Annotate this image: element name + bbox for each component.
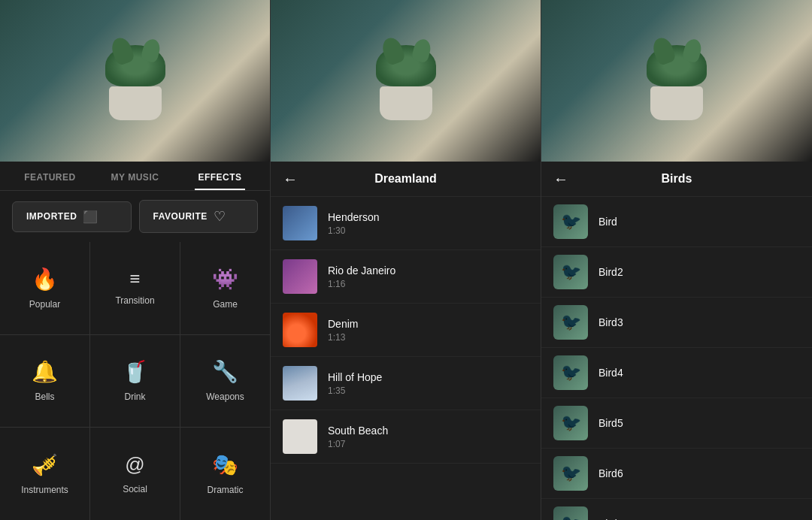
transition-icon: ≡ xyxy=(129,270,140,288)
category-game[interactable]: 👾 Game xyxy=(180,242,270,334)
back-button-right[interactable]: ← xyxy=(553,171,568,188)
song-duration-rio: 1:16 xyxy=(328,279,395,289)
category-drink[interactable]: 🥤 Drink xyxy=(90,335,180,428)
song-name-rio: Rio de Janeiro xyxy=(328,265,395,277)
song-item-denim[interactable]: Denim 1:13 xyxy=(271,304,541,357)
favourite-button[interactable]: FAVOURITE ♡ xyxy=(139,200,259,233)
tab-effects[interactable]: EFFECTS xyxy=(177,162,262,190)
bird-silhouette-7: 🐦 xyxy=(561,514,581,520)
drink-label: Drink xyxy=(124,392,145,402)
heart-icon: ♡ xyxy=(214,208,226,225)
song-info-rio: Rio de Janeiro 1:16 xyxy=(328,265,395,289)
dramatic-label: Dramatic xyxy=(207,485,243,495)
bird-name-2: Bird2 xyxy=(598,266,623,278)
bird-silhouette-6: 🐦 xyxy=(561,464,581,483)
bird-silhouette-5: 🐦 xyxy=(561,413,581,433)
game-icon: 👾 xyxy=(212,267,238,292)
song-duration-south: 1:07 xyxy=(328,439,388,449)
bird-thumb-2: 🐦 xyxy=(553,255,588,289)
bells-label: Bells xyxy=(35,392,54,402)
song-name-hill: Hill of Hope xyxy=(328,371,382,383)
song-item-hill[interactable]: Hill of Hope 1:35 xyxy=(271,357,541,410)
bird-name-6: Bird6 xyxy=(598,467,623,479)
popular-icon: 🔥 xyxy=(32,267,58,292)
left-preview xyxy=(0,0,270,162)
song-thumb-south xyxy=(283,419,317,454)
favourite-label: FAVOURITE xyxy=(153,211,208,222)
song-item-south[interactable]: South Beach 1:07 xyxy=(271,410,541,464)
song-thumb-hill xyxy=(283,366,317,401)
song-info-south: South Beach 1:07 xyxy=(328,425,388,449)
category-weapons[interactable]: 🔧 Weapons xyxy=(180,335,270,428)
category-dramatic[interactable]: 🎭 Dramatic xyxy=(180,428,270,520)
popular-label: Popular xyxy=(29,299,60,310)
song-duration-henderson: 1:30 xyxy=(328,225,380,236)
bird-list: 🐦 Bird 🐦 Bird2 🐦 Bird3 🐦 Bird4 🐦 xyxy=(541,197,812,520)
import-icon: ⬛ xyxy=(83,210,98,224)
bird-name-5: Bird5 xyxy=(598,417,623,429)
bird-item-3[interactable]: 🐦 Bird3 xyxy=(541,298,812,348)
category-bells[interactable]: 🔔 Bells xyxy=(0,335,89,428)
bird-thumb-1: 🐦 xyxy=(553,204,588,239)
birds-header: ← Birds xyxy=(541,162,812,197)
song-item-henderson[interactable]: Henderson 1:30 xyxy=(271,197,541,250)
bird-silhouette-2: 🐦 xyxy=(561,262,581,282)
song-info-henderson: Henderson 1:30 xyxy=(328,211,380,236)
plant-leaves xyxy=(105,45,165,86)
tab-my-music[interactable]: MY MUSIC xyxy=(92,162,177,190)
game-label: Game xyxy=(213,299,238,310)
song-name-denim: Denim xyxy=(328,318,358,330)
bird-thumb-6: 🐦 xyxy=(553,456,588,491)
middle-panel: ← Dreamland Henderson 1:30 Rio de Janeir… xyxy=(271,0,541,520)
category-transition[interactable]: ≡ Transition xyxy=(90,242,180,334)
category-instruments[interactable]: 🎺 Instruments xyxy=(0,428,89,520)
right-panel: ← Birds 🐦 Bird 🐦 Bird2 🐦 Bird3 🐦 Bi xyxy=(541,0,812,520)
instruments-label: Instruments xyxy=(21,485,68,495)
song-item-rio[interactable]: Rio de Janeiro 1:16 xyxy=(271,250,541,304)
dreamland-title: Dreamland xyxy=(374,172,437,186)
bird-silhouette-3: 🐦 xyxy=(561,313,581,332)
drink-icon: 🥤 xyxy=(122,359,148,384)
bird-item-1[interactable]: 🐦 Bird xyxy=(541,197,812,247)
song-thumb-henderson xyxy=(283,206,317,240)
import-row: IMPORTED ⬛ FAVOURITE ♡ xyxy=(0,191,270,242)
right-preview xyxy=(541,0,812,162)
tab-featured[interactable]: FEATURED xyxy=(8,162,92,190)
song-thumb-rio xyxy=(283,259,317,294)
dreamland-header: ← Dreamland xyxy=(271,162,541,197)
plant-decoration-right xyxy=(643,45,710,116)
middle-preview xyxy=(271,0,541,162)
left-panel: FEATURED MY MUSIC EFFECTS IMPORTED ⬛ FAV… xyxy=(0,0,271,520)
song-duration-denim: 1:13 xyxy=(328,332,358,343)
bird-thumb-3: 🐦 xyxy=(553,305,588,340)
bird-item-5[interactable]: 🐦 Bird5 xyxy=(541,398,812,449)
bird-item-4[interactable]: 🐦 Bird4 xyxy=(541,348,812,398)
social-label: Social xyxy=(123,484,147,494)
bird-name-3: Bird3 xyxy=(598,316,623,328)
plant-leaves-mid xyxy=(376,45,436,86)
weapons-icon: 🔧 xyxy=(212,359,238,384)
imported-label: IMPORTED xyxy=(26,211,77,222)
bells-icon: 🔔 xyxy=(32,359,58,384)
category-social[interactable]: @ Social xyxy=(90,428,180,520)
bird-item-2[interactable]: 🐦 Bird2 xyxy=(541,247,812,298)
transition-label: Transition xyxy=(115,295,154,306)
category-popular[interactable]: 🔥 Popular xyxy=(0,242,89,334)
bird-name-1: Bird xyxy=(598,216,617,228)
song-info-denim: Denim 1:13 xyxy=(328,318,358,343)
song-duration-hill: 1:35 xyxy=(328,385,382,396)
imported-button[interactable]: IMPORTED ⬛ xyxy=(12,201,132,232)
tabs-bar: FEATURED MY MUSIC EFFECTS xyxy=(0,162,270,191)
bird-silhouette-4: 🐦 xyxy=(561,363,581,382)
bird-thumb-5: 🐦 xyxy=(553,406,588,440)
song-thumb-denim xyxy=(283,313,317,347)
dramatic-icon: 🎭 xyxy=(212,452,238,477)
plant-decoration-mid xyxy=(372,45,440,116)
plant-decoration xyxy=(102,45,169,116)
bird-silhouette-1: 🐦 xyxy=(561,212,581,231)
back-button-mid[interactable]: ← xyxy=(283,171,298,188)
song-name-henderson: Henderson xyxy=(328,211,380,223)
bird-item-7[interactable]: 🐦 Bird7 xyxy=(541,499,812,520)
bird-item-6[interactable]: 🐦 Bird6 xyxy=(541,449,812,499)
birds-title: Birds xyxy=(662,172,692,186)
